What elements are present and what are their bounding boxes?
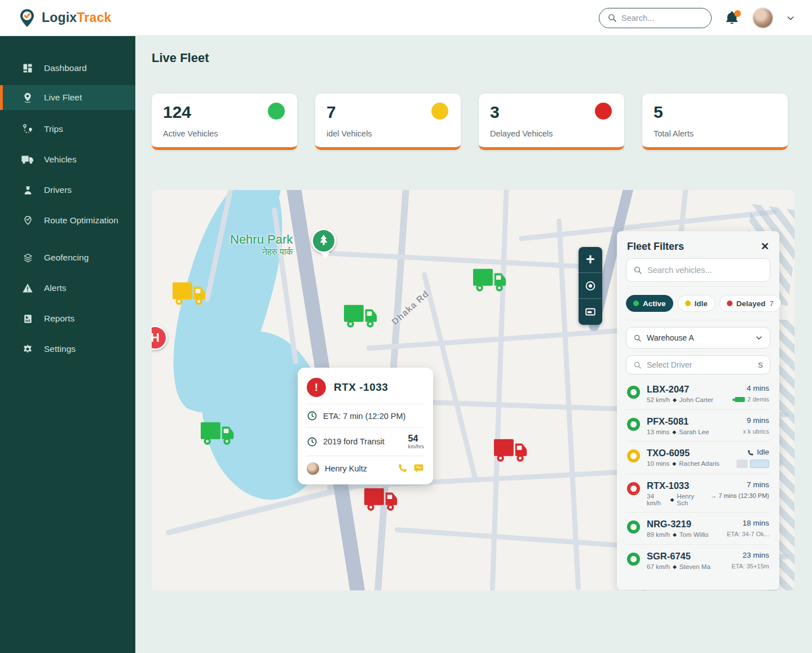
vehicle-search-input[interactable] (647, 266, 763, 275)
search-input[interactable] (621, 14, 700, 23)
status-ring-idle (627, 449, 640, 462)
search-icon (607, 13, 617, 23)
message-button[interactable] (413, 463, 424, 474)
truck-marker-active[interactable] (343, 303, 378, 329)
logo-secondary: Track (77, 10, 111, 25)
status-dot-yellow (431, 103, 448, 120)
stat-cards: 124 Active Vehicles 7 idel Vehicels 3 De… (152, 94, 788, 150)
truck-marker-active[interactable] (473, 267, 508, 293)
driver-shortcut: S (758, 361, 763, 369)
vehicle-extra: 2 demis (735, 396, 769, 404)
chip-label: Delayed (736, 299, 766, 308)
vehicle-driver: John Carter (679, 396, 713, 403)
route-optimization-icon (21, 214, 34, 227)
stat-card-delayed: 3 Delayed Vehicels (479, 94, 624, 150)
sidebar-item-drivers[interactable]: Drivers (0, 176, 135, 204)
vehicle-row[interactable]: RTX-1033 34 km/h◆Henry Sch 7 mins → 7 mi… (626, 474, 770, 513)
sidebar-item-settings[interactable]: Settings (0, 335, 135, 363)
driver-select[interactable]: Select Driver S (626, 355, 770, 374)
chevron-down-icon[interactable] (786, 14, 795, 23)
separator-dot: ◆ (673, 532, 677, 537)
vehicle-time: 9 mins (743, 416, 769, 426)
vehicle-driver: Henry Sch (677, 493, 704, 506)
search-icon (633, 334, 642, 342)
separator-dot: ◆ (672, 429, 676, 435)
park-marker[interactable] (311, 228, 336, 253)
vehicle-speed: 67 km/h (647, 563, 670, 570)
vehicle-right: 18 mins ETA: 34-7 Ok... (727, 519, 769, 539)
layers-button[interactable] (579, 299, 602, 325)
user-avatar[interactable] (752, 7, 774, 29)
vehicle-main: LBX-2047 52 km/h◆John Carter (647, 384, 728, 403)
alerts-icon (21, 282, 34, 294)
sidebar-item-label: Geofencing (44, 253, 89, 263)
vehicle-search[interactable] (626, 258, 770, 282)
search-icon (633, 266, 642, 275)
sidebar-item-alerts[interactable]: Alerts (0, 274, 135, 302)
vehicle-extra-text: 2 demis (747, 396, 769, 404)
truck-marker-active[interactable] (200, 420, 235, 446)
chip-active[interactable]: Active (626, 295, 673, 312)
map-controls: + (579, 247, 602, 325)
chevron-down-icon (755, 334, 763, 342)
vehicle-driver: Steven Ma (679, 563, 710, 570)
vehicle-extra-text: ETA: 34-7 Ok... (727, 531, 769, 539)
hospital-marker[interactable]: H (152, 325, 167, 350)
vehicle-time-text: Idle (757, 448, 769, 457)
vehicle-main: SGR-6745 67 km/h◆Steven Ma (647, 551, 725, 570)
vehicle-extra: ETA: 34-7 Ok... (727, 531, 769, 539)
sidebar-item-label: Live Fleet (44, 92, 82, 103)
notifications-button[interactable] (724, 10, 740, 26)
chip-delayed[interactable]: Delayed 7 (720, 295, 781, 312)
truck-marker-idle[interactable] (172, 280, 207, 306)
sidebar-item-dashboard[interactable]: Dashboard (0, 54, 135, 82)
truck-marker-delayed[interactable] (364, 486, 399, 512)
global-search[interactable] (599, 8, 712, 28)
vehicle-sub: 13 mins◆Sarah Lee (647, 429, 736, 435)
vehicle-row[interactable]: NRG-3219 89 km/h◆Tom Willis 18 mins ETA:… (626, 513, 770, 545)
sidebar-item-reports[interactable]: Reports (0, 305, 135, 333)
sidebar-item-trips[interactable]: Trips (0, 115, 135, 143)
vehicle-row[interactable]: PFX-5081 13 mins◆Sarah Lee 9 mins x k ub… (626, 410, 770, 442)
chip-idle[interactable]: Idle (678, 295, 715, 312)
sidebar-item-vehicles[interactable]: Vehicles (0, 145, 135, 174)
close-icon[interactable]: ✕ (761, 240, 769, 253)
chip-label: Idle (695, 299, 708, 308)
call-button[interactable] (398, 463, 408, 473)
driver-placeholder: Select Driver (647, 360, 692, 369)
zoom-in-button[interactable]: + (579, 247, 602, 273)
locate-button[interactable] (579, 273, 602, 299)
sidebar-nav: Dashboard Live Fleet Trips Vehicles Driv… (0, 36, 135, 653)
popup-actions (398, 463, 424, 474)
vehicle-extra: → 7 mins (12:30 PM) (710, 492, 769, 500)
header-actions (599, 7, 795, 29)
sidebar-item-label: Trips (44, 124, 63, 134)
sidebar-item-live-fleet[interactable]: Live Fleet (0, 85, 135, 110)
vehicle-row[interactable]: LBX-2047 52 km/h◆John Carter 4 mins 2 de… (626, 378, 770, 410)
vehicle-driver: Tom Willis (679, 531, 709, 538)
trips-icon (21, 123, 34, 135)
search-icon (633, 361, 642, 369)
popup-vehicle-model: 2019 ford Transit (323, 437, 385, 446)
vehicle-id: RTX-1033 (647, 480, 704, 491)
live-map[interactable]: Dhaka Rd Nehru Park नेहरु पार्क H + (152, 190, 795, 590)
sidebar-item-geofencing[interactable]: Geofencing (0, 244, 135, 272)
hospital-letter: H (152, 330, 160, 345)
vehicle-extra-text: → 7 mins (12:30 PM) (710, 492, 769, 500)
vehicle-row[interactable]: SGR-6745 67 km/h◆Steven Ma 23 mins ETA: … (626, 545, 770, 576)
sidebar-item-label: Route Optimization (44, 215, 118, 226)
chip-label: Active (643, 299, 666, 308)
truck-marker-delayed[interactable] (493, 437, 528, 463)
doc-icon (736, 460, 748, 468)
yellow-dot (685, 301, 691, 306)
warehouse-value: Warehouse A (647, 333, 694, 342)
status-dot-red (595, 103, 612, 120)
vehicle-row[interactable]: TXO-6095 10 mins◆Rachet Adaris Idle (626, 442, 770, 474)
sidebar-item-route-optimization[interactable]: Route Optimization (0, 206, 135, 235)
warehouse-select[interactable]: Warehouse A (626, 327, 770, 348)
vehicle-id: NRG-3219 (647, 519, 720, 530)
sidebar-item-label: Drivers (44, 185, 72, 195)
stat-label: Total Alerts (654, 129, 776, 138)
vehicle-sub: 67 km/h◆Steven Ma (647, 563, 725, 570)
vehicle-id: SGR-6745 (647, 551, 725, 562)
